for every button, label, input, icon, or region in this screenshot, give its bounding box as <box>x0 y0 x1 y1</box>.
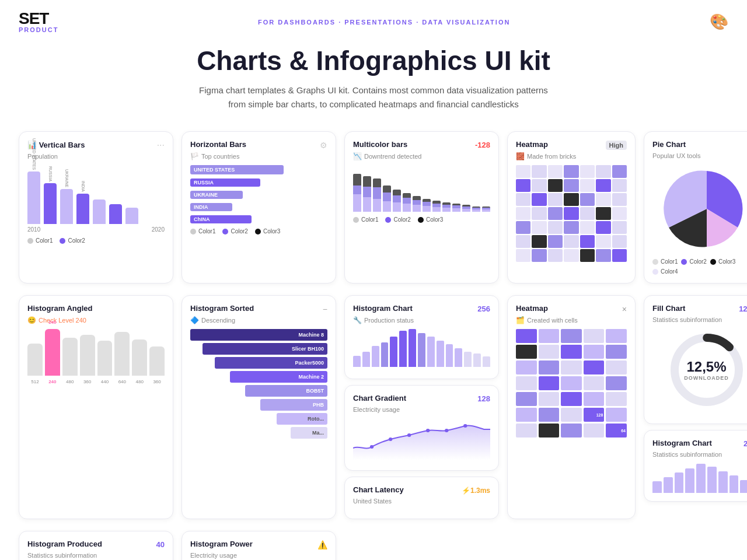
card-subtitle: Created with cells <box>527 317 578 324</box>
card-value: 128 <box>477 394 490 403</box>
card-header: 📊 Vertical Bars ··· <box>27 140 165 150</box>
legend-item-1: Color1 <box>27 237 53 244</box>
histogram-chart2-card: Histogram Chart 2020 Statistics subinfor… <box>644 430 747 502</box>
sorted-bar-fill-1: Machine 8 <box>190 329 327 341</box>
histogram-chart-card: Histogram Chart 256 🔧 Production status <box>344 295 499 379</box>
x-label-4: 360 <box>80 379 95 384</box>
sorted-label-1: Machine 8 <box>298 332 324 338</box>
donut-container: 12,5% DOWNLOADED <box>652 329 747 411</box>
hbar-legend-3: Color3 <box>255 228 280 235</box>
card-title: Chart Latency <box>353 485 404 494</box>
sorted-bar-fill-5: BOB5T <box>245 385 327 397</box>
heatmap2-cell-64: 64 <box>606 424 627 438</box>
card-title: Chart Gradient <box>353 394 406 402</box>
mbar-4 <box>383 186 391 212</box>
card-header: Horizontal Bars ⚙ <box>190 140 327 150</box>
pie-chart-card: Pie Chart Popular UX tools Col <box>644 131 747 284</box>
x-label-5: 440 <box>97 379 113 384</box>
pie-dot-3 <box>710 259 716 265</box>
col5-cards: Fill Chart 12,5% Statistics subinformati… <box>644 295 747 519</box>
card-title: Fill Chart <box>652 304 685 313</box>
card-header: Multicolor bars -128 <box>353 140 490 150</box>
angled-bar-4 <box>80 335 95 376</box>
angled-bar-7 <box>132 340 147 376</box>
wrench-icon: 🔧 <box>353 316 362 324</box>
histogram-angled-card: Histogram Angled 😊 Check Level 240 240 5… <box>19 295 173 519</box>
sorted-bar-chart: Machine 8 Slicer BH100 Packer5000 Machin… <box>190 329 327 439</box>
figma-icon: 🎨 <box>710 13 728 31</box>
horizontal-bar-chart: UNITED STATES RUSSIA UKRAINE INDIA ChINA <box>190 165 327 223</box>
pie-legend-3: Color3 <box>710 258 735 265</box>
donut-text: 12,5% DOWNLOADED <box>684 359 729 381</box>
empty-col3 <box>344 531 499 560</box>
sorted-label-8: Ma... <box>312 430 324 436</box>
x-label-1: 512 <box>27 379 43 384</box>
x-label-2: 240 <box>45 379 60 384</box>
card-title: Histogram Power <box>190 540 253 548</box>
histogram-chart-viz <box>353 329 490 367</box>
heatmap1-grid <box>516 165 627 262</box>
angled-bar-2: 240 <box>45 329 60 376</box>
hbar-dot-3 <box>255 229 261 235</box>
sorted-bar-fill-4: Machine 2 <box>230 371 327 383</box>
mbar-1 <box>353 174 361 212</box>
pie-svg <box>663 165 748 253</box>
settings-icon[interactable]: ⚙ <box>320 141 327 150</box>
col3-cards: Histogram Chart 256 🔧 Production status <box>344 295 499 519</box>
chart-latency-card: Chart Latency ⚡1.3ms United States <box>344 477 499 519</box>
hbar-label-cn: ChINA <box>190 215 252 223</box>
pie-legend: Color1 Color2 Color3 Color4 <box>652 258 747 275</box>
sorted-label-2: Slicer BH100 <box>292 346 324 352</box>
chart-gradient-card: Chart Gradient 128 Electricity usage <box>344 385 499 471</box>
mbar-13 <box>472 206 480 212</box>
page-wrapper: SET PRODUCT FOR DASHBOARDS · PRESENTATIO… <box>0 0 747 560</box>
dashboard-row-1: 📊 Vertical Bars ··· Population UNITED ST… <box>0 125 747 295</box>
pie-dot-4 <box>652 269 658 275</box>
sorted-bar-fill-8: Ma... <box>291 427 327 439</box>
pie-dot-2 <box>681 259 687 265</box>
card-value: 2020 <box>743 439 747 448</box>
card-subtitle: Downtrend detected <box>364 153 421 160</box>
donut-pct: 12,5% <box>684 359 729 375</box>
card-subtitle: Check Level 240 <box>39 317 86 324</box>
dashboard-row-3: Histogram Produced 40 Statistics subinfo… <box>0 531 747 560</box>
x-label-7: 480 <box>132 379 147 384</box>
card-header: Fill Chart 12,5% <box>652 304 747 314</box>
mbar-5 <box>393 190 401 212</box>
card-value: -128 <box>475 141 490 149</box>
card-header: Histogram Power ⚠️ <box>190 540 327 550</box>
x-label-6: 640 <box>114 379 130 384</box>
sorted-row-2: Slicer BH100 <box>190 343 327 355</box>
smile-icon: 😊 <box>27 316 36 324</box>
subtitle-row: 🔷 Descending <box>190 316 327 324</box>
subtitle-row: 📉 Downtrend detected <box>353 152 490 160</box>
card-title: Histogram Produced <box>27 540 102 548</box>
card-subtitle: Electricity usage <box>190 552 327 559</box>
card-title: Multicolor bars <box>353 140 407 149</box>
sorted-bar-fill-3: Packer5000 <box>215 357 327 369</box>
gradient-svg <box>353 419 490 460</box>
sorted-row-7: Roto... <box>190 413 327 425</box>
more-icon[interactable]: ··· <box>157 140 165 150</box>
card-header: Histogram Produced 40 <box>27 540 165 550</box>
hbar-legend-1: Color1 <box>190 228 215 235</box>
warning-icon: ⚠️ <box>317 540 327 550</box>
pie-legend-2: Color2 <box>681 258 706 265</box>
card-header: Histogram Chart 2020 <box>652 439 747 449</box>
card-title: Pie Chart <box>652 140 686 149</box>
card-title: Heatmap <box>516 140 548 149</box>
card-subtitle: Population <box>27 153 165 160</box>
nav-tagline: FOR DASHBOARDS · PRESENTATIONS · DATA VI… <box>258 19 510 26</box>
card-header: Chart Latency ⚡1.3ms <box>353 485 490 495</box>
legend-dot-2 <box>60 238 65 244</box>
sorted-row-1: Machine 8 <box>190 329 327 341</box>
mbar-7 <box>413 196 421 212</box>
card-title: Histogram Chart <box>652 439 712 447</box>
close-icon[interactable]: × <box>622 304 627 314</box>
card-header: Pie Chart <box>652 140 747 150</box>
card-subtitle: Popular UX tools <box>652 152 747 159</box>
card-title: Histogram Angled <box>27 304 92 313</box>
pie-legend-4: Color4 <box>652 268 678 275</box>
angled-x-labels: 512 240 480 360 440 640 480 360 <box>27 379 165 384</box>
multicolor-bars-card: Multicolor bars -128 📉 Downtrend detecte… <box>344 131 499 284</box>
